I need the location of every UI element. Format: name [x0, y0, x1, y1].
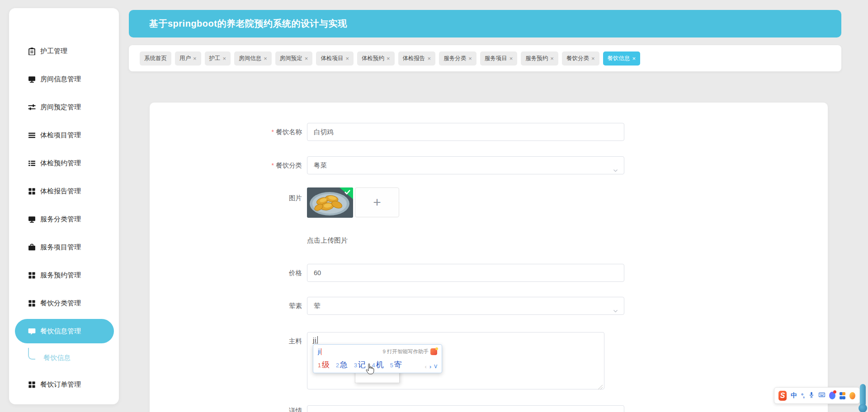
tab-label: 餐饮分类 [566, 55, 589, 62]
open-tabs: 系统首页 用户 × 护工 × 房间信息 × 房间预定 × 体检项目 × 体检预约… [140, 52, 640, 66]
context-menu-item[interactable] [355, 376, 399, 383]
sidebar-item[interactable]: 体检报告管理 [9, 177, 119, 205]
tree-connector [28, 348, 35, 360]
sidebar-item[interactable]: 体检项目管理 [9, 121, 119, 149]
monitor-icon [28, 215, 36, 223]
punctuation-icon[interactable]: °, [801, 392, 804, 399]
name-input[interactable]: 白切鸡 [307, 123, 624, 141]
tab-close-icon[interactable]: × [193, 56, 197, 61]
ime-candidate[interactable]: 1 级 [318, 360, 330, 370]
tab-close-icon[interactable]: × [264, 56, 267, 61]
tab[interactable]: 用户 × [175, 52, 201, 66]
tab[interactable]: 体检项目 × [316, 52, 354, 66]
toolbox-grid-icon[interactable] [840, 392, 845, 399]
tab-label: 餐饮信息 [608, 55, 630, 62]
upload-add-button[interactable]: + [355, 187, 399, 217]
detail-input[interactable] [307, 405, 624, 412]
tab[interactable]: 服务预约 × [521, 52, 558, 66]
dish-photo-thumbnail[interactable] [307, 187, 353, 218]
tab[interactable]: 房间预定 × [275, 52, 313, 66]
ime-candidate[interactable]: 2 急 [336, 360, 348, 370]
sidebar: 护工管理 房间信息管理 房间预定管理 体检项目管理 体检预约管理 体检 [9, 8, 119, 404]
tab-close-icon[interactable]: × [428, 56, 431, 61]
sidebar-item[interactable]: 房间信息管理 [9, 65, 119, 93]
tab[interactable]: 体检预约 × [357, 52, 395, 66]
price-input[interactable]: 60 [307, 264, 624, 282]
sidebar-item[interactable]: 服务预约管理 [9, 261, 119, 289]
tab-label: 体检报告 [403, 55, 425, 62]
sidebar-item[interactable]: 餐饮分类管理 [9, 289, 119, 317]
slider-bar [860, 384, 866, 407]
list-icon [28, 131, 36, 139]
tab-label: 房间信息 [239, 55, 261, 62]
grid-icon [28, 272, 36, 279]
tab[interactable]: 餐饮信息 × [603, 52, 641, 66]
slider-knob [859, 404, 867, 412]
tab[interactable]: 房间信息 × [234, 52, 272, 66]
tab-close-icon[interactable]: × [509, 56, 513, 61]
tab-close-icon[interactable]: × [591, 56, 595, 61]
tab-close-icon[interactable]: × [387, 56, 390, 61]
virtual-keyboard-icon[interactable] [819, 392, 825, 399]
tab-label: 服务预约 [525, 55, 548, 62]
sidebar-item-label: 护工管理 [40, 47, 67, 56]
tab[interactable]: 服务分类 × [439, 52, 476, 66]
sogou-logo-icon[interactable]: S [778, 391, 787, 401]
sidebar-item-label: 服务分类管理 [40, 215, 81, 224]
ime-expand-icon[interactable]: ᐯ [434, 364, 437, 369]
meat-select[interactable]: 荤 [307, 297, 624, 315]
resize-grip[interactable] [598, 383, 603, 388]
tab-label: 服务分类 [443, 55, 466, 62]
ime-candidate[interactable]: 3 记 [354, 360, 366, 370]
sidebar-item[interactable]: 房间预定管理 [9, 93, 119, 121]
briefcase-icon [28, 243, 36, 251]
price-label: 价格 [150, 264, 302, 282]
ime-candidate[interactable]: 5 寄 [390, 360, 402, 370]
tab-close-icon[interactable]: × [223, 56, 226, 61]
food-info-form-card: *餐饮名称 白切鸡 *餐饮分类 粤菜 图片 [150, 103, 828, 412]
tab-label: 体检项目 [321, 55, 343, 62]
tab[interactable]: 服务项目 × [480, 52, 518, 66]
upload-hint-text: 点击上传图片 [307, 236, 348, 245]
chinese-mode-icon[interactable]: 中 [791, 392, 797, 400]
ime-assistant-hint[interactable]: 9 打开智能写作助手 [382, 348, 437, 355]
tab-close-icon[interactable]: × [305, 56, 308, 61]
sidebar-item[interactable]: 服务分类管理 [9, 205, 119, 233]
tab-close-icon[interactable]: × [550, 56, 554, 61]
category-select[interactable]: 粤菜 [307, 156, 624, 174]
sidebar-item[interactable]: 服务项目管理 [9, 233, 119, 261]
tab[interactable]: 体检报告 × [398, 52, 436, 66]
tab-label: 系统首页 [144, 55, 167, 62]
sidebar-item-label: 餐饮分类管理 [40, 299, 81, 308]
sidebar-item-label: 服务预约管理 [40, 271, 81, 280]
tab[interactable]: 护工 × [205, 52, 231, 66]
main-ingredient-label: 主料 [150, 332, 302, 350]
sidebar-item-label: 餐饮信息 [43, 354, 71, 362]
list-detail-icon [28, 159, 36, 167]
tab-close-icon[interactable]: × [632, 56, 636, 61]
sogou-ime-toolbar: S 中 °, [774, 387, 860, 404]
sidebar-item[interactable]: 护工管理 [9, 37, 119, 65]
tab[interactable]: 系统首页 [140, 52, 171, 66]
emoji-icon[interactable] [849, 392, 855, 399]
sidebar-item[interactable]: 体检预约管理 [9, 149, 119, 177]
clipboard-icon [28, 47, 36, 55]
ime-caret [321, 348, 321, 355]
ime-prev-page-icon[interactable]: ‹ [425, 363, 426, 370]
monitor-icon [28, 75, 36, 83]
ime-candidate-window: ji 9 打开智能写作助手 1 级 2 急 3 记 4 机 [313, 344, 442, 373]
sidebar-item[interactable]: 餐饮信息管理 [15, 319, 114, 343]
tab-close-icon[interactable]: × [345, 56, 349, 61]
detail-label: 详情 [150, 402, 302, 412]
sidebar-item[interactable]: 餐饮信息 [9, 345, 119, 370]
ime-next-page-icon[interactable]: › [429, 363, 431, 370]
microphone-icon[interactable] [808, 392, 815, 399]
chevron-down-icon [613, 163, 618, 169]
assistant-icon [430, 348, 437, 355]
sidebar-item[interactable]: 餐饮订单管理 [9, 370, 119, 398]
edge-slider-widget[interactable] [860, 384, 866, 407]
tab-close-icon[interactable]: × [468, 56, 472, 61]
tab-label: 房间预定 [280, 55, 302, 62]
tab[interactable]: 餐饮分类 × [562, 52, 599, 66]
skin-center-icon[interactable] [829, 392, 835, 399]
